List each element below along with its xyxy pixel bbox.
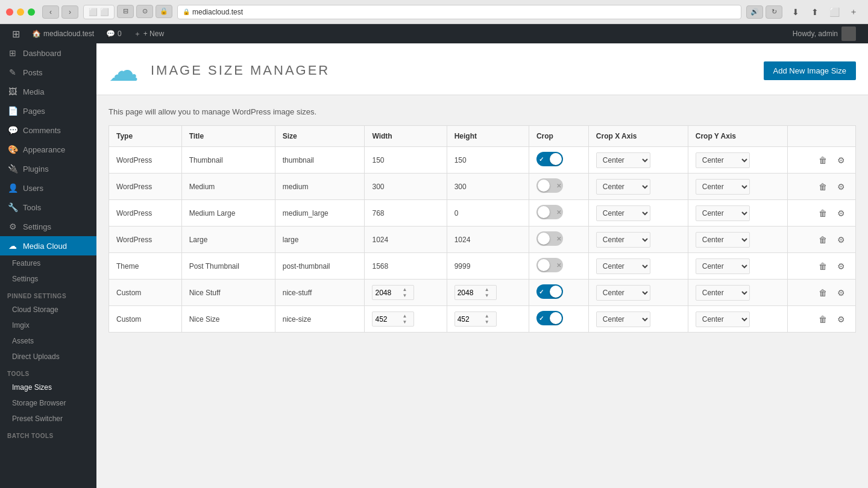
sidebar-subitem-imgix[interactable]: Imgix bbox=[0, 318, 96, 333]
height-input[interactable] bbox=[458, 315, 485, 324]
delete-button[interactable]: 🗑 bbox=[816, 180, 830, 194]
crop-y-select[interactable]: Center Top Bottom bbox=[696, 258, 750, 274]
crop-toggle[interactable]: ✕ bbox=[536, 231, 563, 246]
sidebar-subitem-preset-switcher[interactable]: Preset Switcher bbox=[0, 411, 96, 427]
crop-toggle[interactable]: ✕ bbox=[536, 258, 563, 272]
minimize-window-dot[interactable] bbox=[17, 8, 24, 16]
height-up-arrow[interactable]: ▲ bbox=[485, 287, 489, 292]
cell-height[interactable]: ▲ ▼ bbox=[447, 306, 529, 333]
sidebar-item-dashboard[interactable]: ⊞ Dashboard bbox=[0, 43, 96, 63]
cell-crop-y[interactable]: Center Top Bottom bbox=[688, 200, 787, 227]
sidebar-item-settings[interactable]: ⚙ Settings bbox=[0, 217, 96, 236]
sidebar-subitem-features[interactable]: Features bbox=[0, 255, 96, 271]
maximize-window-dot[interactable] bbox=[28, 8, 35, 16]
forward-button[interactable]: › bbox=[61, 5, 78, 19]
width-down-arrow[interactable]: ▼ bbox=[402, 319, 407, 325]
width-up-arrow[interactable]: ▲ bbox=[402, 287, 407, 292]
width-up-arrow[interactable]: ▲ bbox=[402, 313, 407, 319]
delete-button[interactable]: 🗑 bbox=[816, 206, 830, 221]
delete-button[interactable]: 🗑 bbox=[816, 312, 830, 327]
settings-button[interactable]: ⚙ bbox=[834, 312, 848, 327]
settings-button[interactable]: ⚙ bbox=[834, 206, 848, 221]
cell-crop[interactable]: ✓ bbox=[529, 306, 588, 333]
sidebar-subitem-direct-uploads[interactable]: Direct Uploads bbox=[0, 349, 96, 364]
share-icon[interactable]: ⬆ bbox=[807, 5, 823, 19]
crop-y-select[interactable]: Center Top Bottom bbox=[696, 152, 750, 168]
close-window-dot[interactable] bbox=[6, 8, 13, 16]
cell-crop-y[interactable]: Center Top Bottom bbox=[688, 306, 787, 333]
settings-button[interactable]: ⚙ bbox=[834, 286, 848, 300]
crop-x-select[interactable]: Center Left Right bbox=[596, 232, 650, 248]
delete-button[interactable]: 🗑 bbox=[816, 286, 830, 300]
sidebar-item-appearance[interactable]: 🎨 Appearance bbox=[0, 140, 96, 159]
sidebar-subitem-settings[interactable]: Settings bbox=[0, 271, 96, 287]
crop-y-select[interactable]: Center Top Bottom bbox=[696, 232, 750, 248]
refresh-icon[interactable]: ↻ bbox=[766, 5, 782, 19]
browser-url-bar[interactable]: 🔒 mediacloud.test bbox=[177, 5, 741, 19]
crop-y-select[interactable]: Center Top Bottom bbox=[696, 179, 750, 195]
sidebar-item-media-cloud[interactable]: ☁ Media Cloud bbox=[0, 236, 96, 255]
sidebar-item-posts[interactable]: ✎ Posts bbox=[0, 63, 96, 82]
width-input[interactable] bbox=[375, 289, 402, 297]
width-input[interactable] bbox=[375, 315, 402, 324]
cell-crop-y[interactable]: Center Top Bottom bbox=[688, 280, 787, 306]
browser-tab[interactable]: ⬜ ⬜ bbox=[83, 5, 115, 19]
volume-icon[interactable]: 🔊 bbox=[746, 5, 763, 19]
browser-ext-icon3[interactable]: 🔒 bbox=[156, 5, 172, 18]
crop-toggle[interactable]: ✕ bbox=[536, 178, 563, 193]
cell-crop-x[interactable]: Center Left Right bbox=[588, 147, 688, 174]
sidebar-item-plugins[interactable]: 🔌 Plugins bbox=[0, 159, 96, 178]
settings-button[interactable]: ⚙ bbox=[834, 259, 848, 274]
cell-crop-x[interactable]: Center Left Right bbox=[588, 306, 688, 333]
cell-crop-y[interactable]: Center Top Bottom bbox=[688, 147, 787, 174]
sidebar-subitem-storage-browser[interactable]: Storage Browser bbox=[0, 395, 96, 411]
sidebar-item-comments[interactable]: 💬 Comments bbox=[0, 120, 96, 140]
height-up-arrow[interactable]: ▲ bbox=[485, 313, 489, 319]
height-down-arrow[interactable]: ▼ bbox=[485, 319, 489, 325]
crop-x-select[interactable]: Center Left Right bbox=[596, 152, 650, 168]
cell-crop-x[interactable]: Center Left Right bbox=[588, 174, 688, 200]
height-down-arrow[interactable]: ▼ bbox=[485, 293, 489, 298]
cell-crop-x[interactable]: Center Left Right bbox=[588, 280, 688, 306]
download-icon[interactable]: ⬇ bbox=[787, 5, 804, 19]
sidebar-item-pages[interactable]: 📄 Pages bbox=[0, 101, 96, 120]
cell-crop[interactable]: ✓ bbox=[529, 147, 588, 174]
add-tab-icon[interactable]: ＋ bbox=[845, 5, 862, 19]
crop-x-select[interactable]: Center Left Right bbox=[596, 205, 650, 221]
crop-toggle[interactable]: ✓ bbox=[536, 152, 563, 166]
new-item[interactable]: ＋ + New bbox=[128, 24, 170, 43]
cell-crop[interactable]: ✕ bbox=[529, 227, 588, 253]
delete-button[interactable]: 🗑 bbox=[816, 259, 830, 274]
browser-ext-icon2[interactable]: ⊙ bbox=[136, 5, 153, 18]
crop-x-select[interactable]: Center Left Right bbox=[596, 285, 650, 301]
cell-crop-x[interactable]: Center Left Right bbox=[588, 227, 688, 253]
sidebar-subitem-cloud-storage[interactable]: Cloud Storage bbox=[0, 302, 96, 318]
site-name-item[interactable]: 🏠 mediacloud.test bbox=[26, 24, 100, 43]
crop-toggle[interactable]: ✓ bbox=[536, 311, 563, 325]
crop-y-select[interactable]: Center Top Bottom bbox=[696, 205, 750, 221]
back-button[interactable]: ‹ bbox=[42, 5, 59, 19]
cell-width[interactable]: ▲ ▼ bbox=[365, 306, 447, 333]
crop-x-select[interactable]: Center Left Right bbox=[596, 258, 650, 274]
settings-button[interactable]: ⚙ bbox=[834, 180, 848, 194]
add-new-image-size-button[interactable]: Add New Image Size bbox=[764, 61, 856, 80]
cell-width[interactable]: ▲ ▼ bbox=[365, 280, 447, 306]
wp-logo-item[interactable]: ⊞ bbox=[6, 24, 26, 43]
cell-height[interactable]: ▲ ▼ bbox=[447, 280, 529, 306]
settings-button[interactable]: ⚙ bbox=[834, 153, 848, 167]
sidebar-item-tools[interactable]: 🔧 Tools bbox=[0, 198, 96, 217]
crop-x-select[interactable]: Center Left Right bbox=[596, 179, 650, 195]
width-down-arrow[interactable]: ▼ bbox=[402, 293, 407, 298]
browser-ext-icon1[interactable]: ⊟ bbox=[117, 5, 134, 18]
cell-crop-x[interactable]: Center Left Right bbox=[588, 253, 688, 280]
fullscreen-icon[interactable]: ⬜ bbox=[826, 5, 843, 19]
sidebar-item-media[interactable]: 🖼 Media bbox=[0, 82, 96, 101]
crop-y-select[interactable]: Center Top Bottom bbox=[696, 311, 750, 327]
cell-crop[interactable]: ✕ bbox=[529, 253, 588, 280]
crop-y-select[interactable]: Center Top Bottom bbox=[696, 285, 750, 301]
sidebar-subitem-image-sizes[interactable]: Image Sizes bbox=[0, 380, 96, 395]
sidebar-item-users[interactable]: 👤 Users bbox=[0, 178, 96, 198]
cell-crop[interactable]: ✕ bbox=[529, 174, 588, 200]
delete-button[interactable]: 🗑 bbox=[816, 233, 830, 247]
cell-crop-y[interactable]: Center Top Bottom bbox=[688, 253, 787, 280]
